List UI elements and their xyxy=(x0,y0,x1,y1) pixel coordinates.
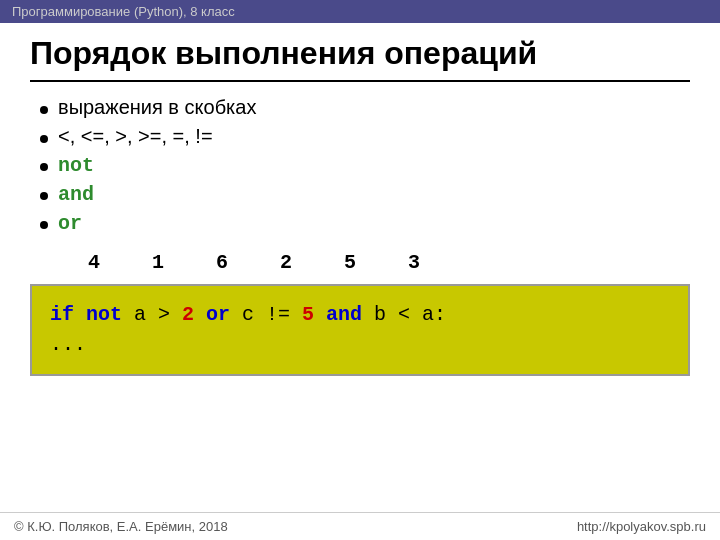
list-item: <, <=, >, >=, =, != xyxy=(40,125,690,148)
num-3: 3 xyxy=(390,251,440,274)
footer-left: © К.Ю. Поляков, Е.А. Ерёмин, 2018 xyxy=(14,519,228,534)
num-4: 4 xyxy=(70,251,120,274)
slide-title: Порядок выполнения операций xyxy=(30,35,690,82)
code-var-c: c != xyxy=(230,303,302,326)
bullet-text-2: <, <=, >, >=, =, != xyxy=(58,125,213,148)
code-ellipsis: ... xyxy=(50,333,86,356)
bullet-dot xyxy=(40,135,48,143)
code-box: if not a > 2 or c != 5 and b < a: ... xyxy=(30,284,690,376)
num-5: 5 xyxy=(326,251,376,274)
code-keyword-if: if not xyxy=(50,303,122,326)
footer-right: http://kpolyakov.spb.ru xyxy=(577,519,706,534)
bullet-dot xyxy=(40,221,48,229)
bullet-list: выражения в скобках <, <=, >, >=, =, != … xyxy=(40,96,690,235)
code-keyword-and: and xyxy=(314,303,362,326)
code-line-2: ... xyxy=(50,330,670,360)
main-content: Порядок выполнения операций выражения в … xyxy=(0,23,720,386)
list-item: and xyxy=(40,183,690,206)
bullet-dot xyxy=(40,192,48,200)
bullet-dot xyxy=(40,163,48,171)
code-var-b: b < a: xyxy=(362,303,446,326)
top-bar: Программирование (Python), 8 класс xyxy=(0,0,720,23)
code-var-a: a > xyxy=(122,303,182,326)
numbers-row: 4 1 6 2 5 3 xyxy=(70,251,690,274)
bullet-text-4: and xyxy=(58,183,94,206)
code-num-2: 2 xyxy=(182,303,194,326)
bullet-text-3: not xyxy=(58,154,94,177)
bullet-text-1: выражения в скобках xyxy=(58,96,256,119)
footer: © К.Ю. Поляков, Е.А. Ерёмин, 2018 http:/… xyxy=(0,512,720,540)
code-keyword-or: or xyxy=(194,303,230,326)
course-label: Программирование (Python), 8 класс xyxy=(12,4,235,19)
list-item: выражения в скобках xyxy=(40,96,690,119)
num-6: 6 xyxy=(198,251,248,274)
num-1: 1 xyxy=(134,251,184,274)
bullet-dot xyxy=(40,106,48,114)
code-num-5: 5 xyxy=(302,303,314,326)
list-item: or xyxy=(40,212,690,235)
list-item: not xyxy=(40,154,690,177)
bullet-text-5: or xyxy=(58,212,82,235)
num-2: 2 xyxy=(262,251,312,274)
code-line-1: if not a > 2 or c != 5 and b < a: xyxy=(50,300,670,330)
